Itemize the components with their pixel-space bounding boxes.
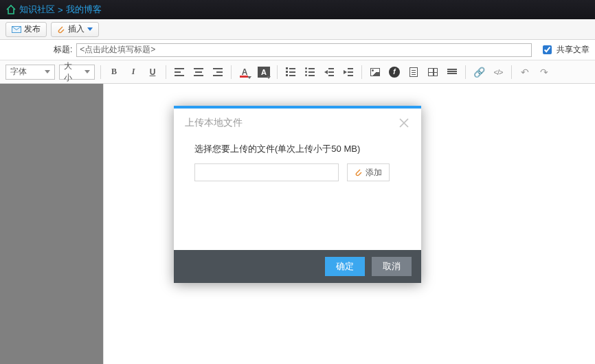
link-icon: 🔗 [473, 67, 485, 78]
caret-down-icon [85, 70, 90, 73]
ok-button[interactable]: 确定 [325, 257, 365, 276]
redo-button[interactable]: ↷ [537, 65, 552, 80]
add-file-button[interactable]: 添加 [347, 163, 390, 181]
toolbar-separator [231, 65, 232, 79]
insert-file-button[interactable] [406, 65, 421, 80]
caret-down-icon [247, 76, 251, 79]
insert-image-button[interactable] [368, 65, 383, 80]
toolbar-separator [465, 65, 466, 79]
breadcrumb-root[interactable]: 知识社区 [19, 3, 55, 16]
editor-toolbar: 字体 大小 B I U A A [0, 60, 595, 84]
paperclip-icon [57, 25, 65, 34]
cancel-button[interactable]: 取消 [372, 257, 412, 276]
align-right-button[interactable] [210, 65, 225, 80]
italic-button[interactable]: I [126, 65, 141, 80]
add-file-label: 添加 [366, 167, 382, 179]
unordered-list-button[interactable] [302, 65, 317, 80]
underline-icon: U [150, 67, 156, 77]
action-bar: 发布 插入 [0, 19, 595, 40]
ordered-list-button[interactable] [283, 65, 298, 80]
insert-link-button[interactable]: 🔗 [471, 65, 486, 80]
publish-label: 发布 [24, 23, 41, 35]
modal-title: 上传本地文件 [185, 117, 243, 129]
image-icon [370, 68, 380, 76]
rows-icon [447, 69, 457, 76]
breadcrumb-current[interactable]: 我的博客 [66, 3, 102, 16]
upload-modal: 上传本地文件 选择您要上传的文件(单次上传小于50 MB) 添加 确定 取消 [174, 106, 421, 283]
align-right-icon [213, 68, 223, 76]
share-article-option[interactable]: 共享文章 [540, 43, 590, 56]
envelope-icon [12, 26, 21, 33]
toolbar-separator [100, 65, 101, 79]
close-icon [398, 117, 410, 129]
align-center-icon [194, 68, 203, 76]
align-left-icon [175, 68, 184, 76]
font-size-select[interactable]: 大小 [59, 65, 95, 80]
toolbar-separator [361, 65, 362, 79]
insert-rows-button[interactable] [445, 65, 460, 80]
unordered-list-icon [305, 67, 315, 76]
paperclip-icon [355, 168, 363, 177]
share-checkbox[interactable] [543, 45, 552, 54]
align-center-button[interactable] [191, 65, 206, 80]
modal-footer: 确定 取消 [174, 250, 421, 283]
insert-code-button[interactable]: </> [491, 65, 506, 80]
outdent-button[interactable] [322, 65, 337, 80]
flash-icon: f [389, 67, 400, 78]
font-family-label: 字体 [10, 66, 27, 78]
redo-icon: ↷ [540, 67, 548, 78]
file-icon [409, 67, 418, 77]
text-color-button[interactable]: A [237, 65, 252, 80]
outdent-icon [324, 68, 334, 76]
home-icon [5, 4, 16, 15]
title-label: 标题: [54, 44, 72, 56]
bold-button[interactable]: B [106, 65, 122, 80]
toolbar-separator [166, 65, 166, 79]
caret-down-icon [267, 76, 271, 79]
indent-icon [344, 68, 353, 76]
publish-button[interactable]: 发布 [5, 22, 47, 37]
editor-gutter [0, 84, 103, 364]
toolbar-separator [277, 65, 278, 79]
insert-button[interactable]: 插入 [51, 22, 99, 37]
breadcrumb-sep: > [58, 5, 63, 15]
title-row: 标题: 共享文章 [0, 40, 595, 60]
file-input-row: 添加 [194, 163, 401, 181]
insert-label: 插入 [68, 23, 85, 35]
toolbar-separator [511, 65, 512, 79]
share-label: 共享文章 [557, 44, 590, 56]
caret-down-icon [87, 27, 93, 31]
align-left-button[interactable] [172, 65, 187, 80]
table-icon [428, 68, 438, 76]
insert-table-button[interactable] [425, 65, 440, 80]
italic-icon: I [132, 67, 135, 77]
breadcrumb-bar: 知识社区 > 我的博客 [0, 0, 595, 19]
file-path-input[interactable] [194, 163, 339, 181]
modal-body: 选择您要上传的文件(单次上传小于50 MB) 添加 [174, 133, 421, 250]
font-family-select[interactable]: 字体 [5, 65, 55, 80]
undo-icon: ↶ [521, 67, 529, 78]
upload-hint: 选择您要上传的文件(单次上传小于50 MB) [194, 143, 401, 155]
font-size-label: 大小 [64, 60, 79, 84]
title-input[interactable] [76, 43, 532, 57]
code-icon: </> [494, 68, 503, 76]
modal-header: 上传本地文件 [174, 109, 421, 133]
bold-icon: B [111, 67, 117, 77]
indent-button[interactable] [341, 65, 356, 80]
undo-button[interactable]: ↶ [517, 65, 532, 80]
bg-color-button[interactable]: A [256, 65, 271, 80]
ordered-list-icon [286, 67, 295, 76]
close-button[interactable] [398, 117, 410, 129]
insert-flash-button[interactable]: f [387, 65, 402, 80]
underline-button[interactable]: U [145, 65, 160, 80]
caret-down-icon [45, 70, 50, 73]
